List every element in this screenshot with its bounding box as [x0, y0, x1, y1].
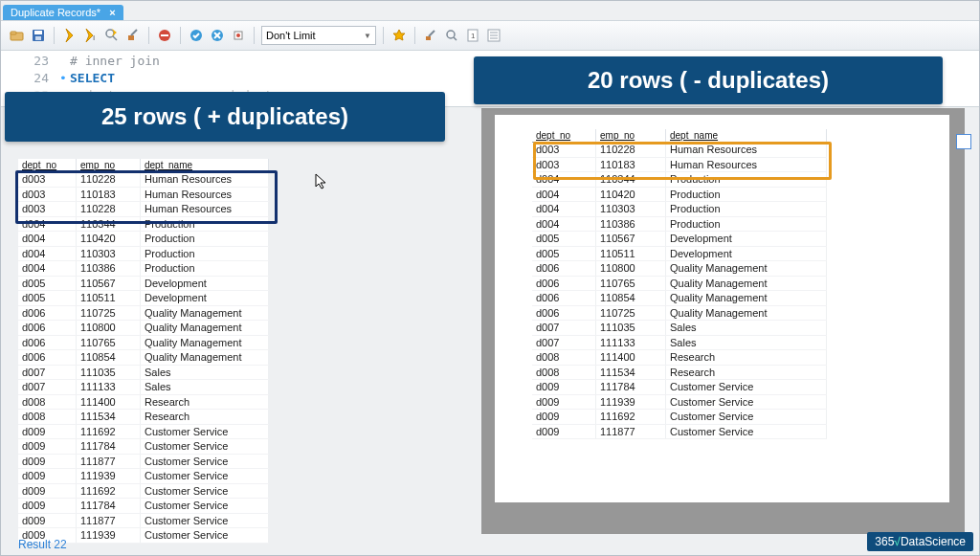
- cell-dept_name: Production: [141, 247, 269, 261]
- cell-dept_no: d003: [532, 158, 596, 172]
- result-grid-right[interactable]: dept_no emp_no dept_name d003110228Human…: [532, 129, 827, 439]
- table-row[interactable]: d004110420Production: [18, 232, 269, 247]
- table-row[interactable]: d008111400Research: [18, 395, 269, 411]
- table-row[interactable]: d005110511Development: [18, 291, 269, 306]
- banner-left: 25 rows ( + duplicates): [5, 92, 445, 142]
- table-row[interactable]: d007111133Sales: [532, 336, 827, 351]
- table-row[interactable]: d006110765Quality Management: [18, 336, 269, 351]
- col-dept-no[interactable]: dept_no: [18, 159, 77, 171]
- search-icon[interactable]: [443, 27, 460, 44]
- cell-dept_name: Customer Service: [666, 395, 827, 410]
- table-row[interactable]: d009111692Customer Service: [18, 484, 269, 500]
- record-icon[interactable]: [230, 27, 247, 44]
- cell-emp_no: 110725: [77, 306, 141, 321]
- cell-dept_name: Quality Management: [666, 306, 827, 321]
- col-dept-name[interactable]: dept_name: [666, 129, 827, 142]
- page-icon[interactable]: 1: [464, 27, 481, 44]
- svg-point-20: [236, 33, 240, 37]
- scroll-chip-icon[interactable]: [956, 134, 971, 149]
- cell-dept_name: Customer Service: [666, 425, 827, 439]
- table-row[interactable]: d005110567Development: [532, 232, 827, 247]
- cell-emp_no: 111877: [77, 514, 141, 528]
- table-row[interactable]: d008111534Research: [18, 410, 269, 425]
- table-row[interactable]: d004110420Production: [532, 188, 827, 203]
- table-row[interactable]: d003110183Human Resources: [18, 188, 269, 203]
- cell-emp_no: 110765: [596, 277, 666, 291]
- format-icon[interactable]: [124, 27, 142, 44]
- cell-dept_name: Customer Service: [666, 380, 827, 394]
- table-row[interactable]: d009111784Customer Service: [532, 380, 827, 395]
- cell-dept_no: d009: [18, 439, 77, 454]
- save-icon[interactable]: [30, 27, 47, 44]
- magnify-icon[interactable]: [103, 27, 121, 44]
- table-row[interactable]: d006110765Quality Management: [532, 277, 827, 292]
- svg-text:I: I: [93, 33, 95, 42]
- cell-dept_no: d004: [18, 232, 77, 246]
- col-emp-no[interactable]: emp_no: [596, 129, 666, 142]
- col-dept-no[interactable]: dept_no: [532, 129, 596, 142]
- table-row[interactable]: d003110228Human Resources: [532, 143, 827, 158]
- grid-header: dept_no emp_no dept_name: [18, 159, 269, 172]
- table-row[interactable]: d004110303Production: [18, 247, 269, 262]
- limit-dropdown[interactable]: Don't Limit ▼: [261, 26, 376, 45]
- cell-dept_no: d007: [18, 366, 77, 380]
- open-icon[interactable]: [9, 27, 26, 44]
- table-row[interactable]: d005110511Development: [532, 247, 827, 262]
- table-row[interactable]: d009111784Customer Service: [18, 499, 269, 514]
- table-row[interactable]: d004110386Production: [532, 217, 827, 233]
- table-row[interactable]: d009111877Customer Service: [18, 455, 269, 470]
- cancel-query-icon[interactable]: [156, 27, 173, 44]
- cell-emp_no: 111692: [77, 425, 141, 439]
- cell-emp_no: 110511: [77, 291, 141, 305]
- col-dept-name[interactable]: dept_name: [141, 159, 269, 171]
- favorite-icon[interactable]: [390, 27, 408, 44]
- table-row[interactable]: d008111400Research: [532, 350, 827, 366]
- cell-dept_name: Research: [666, 366, 827, 380]
- cell-emp_no: 111877: [77, 455, 141, 469]
- table-row[interactable]: d007111035Sales: [18, 366, 269, 381]
- form-icon[interactable]: [485, 27, 502, 44]
- table-row[interactable]: d006110725Quality Management: [18, 306, 269, 322]
- tab-duplicate-records[interactable]: Duplicate Records* ×: [3, 5, 123, 20]
- table-row[interactable]: d009111692Customer Service: [18, 425, 269, 440]
- line-number: 24: [1, 70, 56, 87]
- table-row[interactable]: d006110725Quality Management: [532, 306, 827, 322]
- brush-icon[interactable]: [422, 27, 439, 44]
- result-tab[interactable]: Result 22: [18, 538, 67, 551]
- table-row[interactable]: d004110344Production: [532, 172, 827, 188]
- table-row[interactable]: d003110228Human Resources: [18, 202, 269, 217]
- table-row[interactable]: d009111939Customer Service: [532, 395, 827, 411]
- cell-emp_no: 111784: [77, 499, 141, 513]
- svg-point-24: [447, 31, 455, 38]
- cell-dept_no: d009: [532, 380, 596, 394]
- table-row[interactable]: d009111692Customer Service: [532, 410, 827, 425]
- table-row[interactable]: d009111939Customer Service: [18, 469, 269, 484]
- table-row[interactable]: d006110800Quality Management: [532, 261, 827, 277]
- table-row[interactable]: d008111534Research: [532, 366, 827, 381]
- cell-dept_no: d004: [532, 188, 596, 202]
- table-row[interactable]: d007111035Sales: [532, 321, 827, 336]
- table-row[interactable]: d004110386Production: [18, 261, 269, 277]
- execute-step-icon[interactable]: I: [82, 27, 100, 44]
- cell-dept_name: Human Resources: [141, 202, 269, 216]
- table-row[interactable]: d003110228Human Resources: [18, 172, 269, 188]
- table-row[interactable]: d009111784Customer Service: [18, 439, 269, 455]
- table-row[interactable]: d004110303Production: [532, 202, 827, 217]
- table-row[interactable]: d009111877Customer Service: [18, 514, 269, 529]
- table-row[interactable]: d009111877Customer Service: [532, 425, 827, 440]
- rollback-icon[interactable]: [209, 27, 226, 44]
- result-grid-left[interactable]: dept_no emp_no dept_name d003110228Human…: [18, 159, 269, 544]
- table-row[interactable]: d006110800Quality Management: [18, 321, 269, 336]
- execute-icon[interactable]: [61, 27, 78, 44]
- table-row[interactable]: d005110567Development: [18, 277, 269, 292]
- cell-emp_no: 111534: [77, 410, 141, 424]
- table-row[interactable]: d006110854Quality Management: [532, 291, 827, 306]
- separator: [414, 27, 415, 44]
- table-row[interactable]: d004110344Production: [18, 217, 269, 233]
- commit-icon[interactable]: [188, 27, 205, 44]
- table-row[interactable]: d006110854Quality Management: [18, 350, 269, 366]
- table-row[interactable]: d007111133Sales: [18, 380, 269, 395]
- col-emp-no[interactable]: emp_no: [77, 159, 141, 171]
- table-row[interactable]: d003110183Human Resources: [532, 158, 827, 173]
- close-icon[interactable]: ×: [109, 7, 115, 18]
